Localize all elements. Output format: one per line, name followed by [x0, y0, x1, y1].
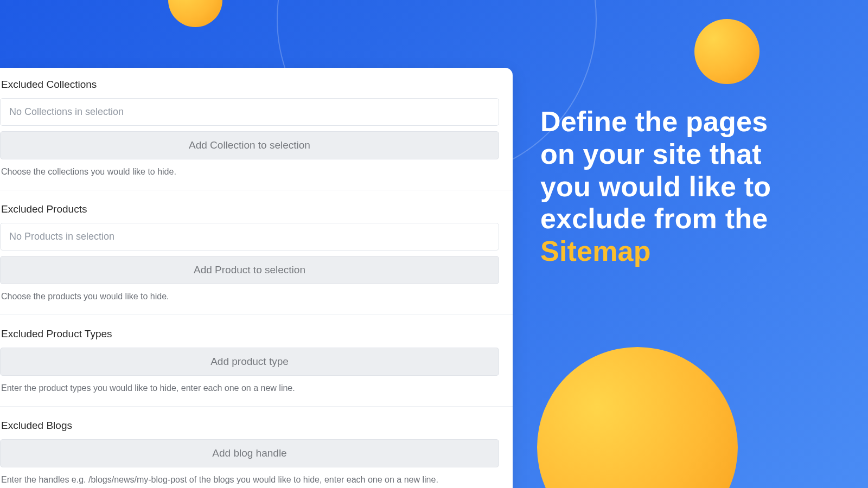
add-blog-handle-button[interactable]: Add blog handle: [0, 439, 499, 467]
headline-line: exclude from the: [540, 203, 768, 234]
collections-selection-box[interactable]: No Collections in selection: [0, 98, 499, 126]
headline-line: on your site that: [540, 138, 762, 170]
headline-line: Define the pages: [540, 106, 768, 137]
headline-accent: Sitemap: [540, 235, 651, 267]
headline-line: you would like to: [540, 171, 771, 202]
section-excluded-products: Excluded Products No Products in selecti…: [0, 190, 513, 315]
add-product-type-button[interactable]: Add product type: [0, 348, 499, 376]
settings-card: Excluded Collections No Collections in s…: [0, 68, 513, 488]
help-text: Enter the product types you would like t…: [0, 376, 513, 393]
marketing-headline: Define the pages on your site that you w…: [540, 106, 839, 268]
help-text: Choose the collections you would like to…: [0, 159, 513, 177]
section-title: Excluded Products: [0, 203, 513, 223]
help-text: Choose the products you would like to hi…: [0, 284, 513, 301]
section-excluded-blogs: Excluded Blogs Add blog handle Enter the…: [0, 407, 513, 488]
decorative-orb: [537, 347, 738, 488]
section-excluded-collections: Excluded Collections No Collections in s…: [0, 79, 513, 190]
section-title: Excluded Collections: [0, 79, 513, 98]
decorative-orb: [694, 19, 760, 84]
add-product-button[interactable]: Add Product to selection: [0, 256, 499, 284]
decorative-orb: [168, 0, 222, 27]
add-collection-button[interactable]: Add Collection to selection: [0, 131, 499, 159]
section-title: Excluded Blogs: [0, 420, 513, 439]
section-title: Excluded Product Types: [0, 328, 513, 348]
section-excluded-product-types: Excluded Product Types Add product type …: [0, 315, 513, 407]
help-text: Enter the handles e.g. /blogs/news/my-bl…: [0, 467, 513, 485]
products-selection-box[interactable]: No Products in selection: [0, 223, 499, 251]
